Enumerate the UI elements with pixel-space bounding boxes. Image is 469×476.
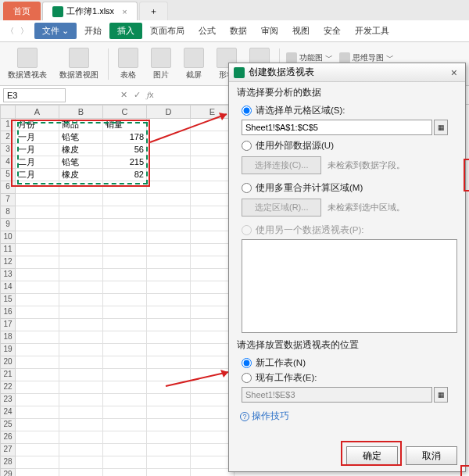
rtab-layout[interactable]: 页面布局 <box>144 23 191 39</box>
btn-pivot-table[interactable]: 数据透视表 <box>5 46 50 82</box>
cell[interactable] <box>147 156 191 169</box>
cell[interactable] <box>59 369 103 381</box>
cell[interactable] <box>147 281 191 294</box>
radio-new-sheet-input[interactable] <box>242 358 252 368</box>
location-picker-icon[interactable]: ▦ <box>434 387 448 403</box>
ok-button[interactable]: 确定 <box>346 446 398 465</box>
tab-add[interactable]: ＋ <box>139 2 168 20</box>
rtab-insert[interactable]: 插入 <box>109 23 142 39</box>
cell[interactable] <box>16 431 59 444</box>
cell[interactable] <box>103 431 147 444</box>
cell[interactable] <box>59 294 103 306</box>
cell[interactable] <box>103 406 147 419</box>
cell[interactable] <box>147 431 191 444</box>
cell[interactable] <box>16 319 59 331</box>
cell[interactable] <box>59 244 103 256</box>
cell[interactable]: 橡皮 <box>59 144 103 156</box>
cell[interactable] <box>16 369 59 381</box>
rtab-dev[interactable]: 开发工具 <box>349 23 396 39</box>
cell[interactable] <box>59 444 103 456</box>
cell[interactable] <box>16 356 59 369</box>
cell[interactable] <box>16 419 59 431</box>
cell[interactable] <box>147 206 191 219</box>
cell[interactable] <box>16 181 59 194</box>
cell[interactable] <box>103 231 147 244</box>
cell[interactable] <box>103 219 147 231</box>
rtab-review[interactable]: 审阅 <box>255 23 285 39</box>
cell[interactable] <box>16 194 59 206</box>
cell[interactable] <box>147 231 191 244</box>
radio-cell-range[interactable]: 请选择单元格区域(S): <box>242 105 457 116</box>
cell[interactable] <box>59 281 103 294</box>
cell[interactable] <box>16 244 59 256</box>
cell[interactable] <box>147 319 191 331</box>
cell[interactable]: 橡皮 <box>59 169 103 181</box>
cell[interactable] <box>147 381 191 394</box>
cell[interactable]: 56 <box>103 144 147 156</box>
fx-icon[interactable]: 𝑓x <box>147 90 154 100</box>
file-menu[interactable]: 文件 ⌄ <box>34 23 77 39</box>
tab-workbook[interactable]: 工作簿1.xlsx × <box>42 2 138 20</box>
cell[interactable] <box>147 269 191 281</box>
cell[interactable] <box>16 306 59 319</box>
cell[interactable] <box>103 294 147 306</box>
btn-pivot-chart[interactable]: 数据透视图 <box>56 46 102 82</box>
cell[interactable]: 215 <box>103 156 147 169</box>
other-pivot-list[interactable] <box>242 239 457 333</box>
dialog-titlebar[interactable]: 创建数据透视表 × <box>229 63 465 82</box>
cell[interactable] <box>103 269 147 281</box>
cell[interactable] <box>59 306 103 319</box>
cell[interactable] <box>16 444 59 456</box>
cell[interactable]: 二月 <box>16 156 59 169</box>
range-input[interactable] <box>242 120 432 135</box>
cell[interactable] <box>147 244 191 256</box>
cell[interactable] <box>147 219 191 231</box>
radio-cell-range-input[interactable] <box>242 106 252 116</box>
rtab-view[interactable]: 视图 <box>286 23 316 39</box>
cell[interactable] <box>16 206 59 219</box>
chevron-left-icon[interactable]: 〈 <box>6 26 14 37</box>
cell[interactable]: 铅笔 <box>59 156 103 169</box>
cell[interactable] <box>16 394 59 406</box>
cell[interactable] <box>147 131 191 144</box>
cell[interactable] <box>16 219 59 231</box>
cell[interactable] <box>103 369 147 381</box>
cell[interactable] <box>16 231 59 244</box>
cell[interactable]: 二月 <box>16 169 59 181</box>
cell[interactable] <box>103 256 147 269</box>
radio-external-input[interactable] <box>242 141 252 151</box>
cell[interactable] <box>16 281 59 294</box>
existing-location-input[interactable] <box>242 387 432 403</box>
rtab-start[interactable]: 开始 <box>78 23 108 39</box>
cell[interactable] <box>103 319 147 331</box>
cell[interactable] <box>59 381 103 394</box>
cell[interactable] <box>103 469 147 476</box>
cell[interactable]: 商品 <box>59 119 103 131</box>
cell[interactable] <box>59 219 103 231</box>
close-icon[interactable]: × <box>448 66 460 79</box>
cell[interactable] <box>103 244 147 256</box>
radio-existing-sheet[interactable]: 现有工作表(E): <box>242 372 457 384</box>
cell[interactable] <box>59 419 103 431</box>
cell[interactable] <box>147 469 191 476</box>
cell[interactable] <box>147 369 191 381</box>
fx-confirm-icon[interactable]: ✓ <box>134 90 141 100</box>
cell[interactable] <box>59 431 103 444</box>
cell[interactable] <box>103 381 147 394</box>
cell[interactable] <box>103 456 147 469</box>
cell[interactable] <box>147 356 191 369</box>
cell[interactable] <box>59 231 103 244</box>
cell[interactable] <box>16 256 59 269</box>
cell[interactable] <box>103 356 147 369</box>
cell[interactable] <box>147 419 191 431</box>
rtab-formula[interactable]: 公式 <box>192 23 222 39</box>
cell[interactable] <box>16 269 59 281</box>
btn-picture[interactable]: 图片 <box>148 46 174 82</box>
cell[interactable] <box>103 444 147 456</box>
cell[interactable] <box>16 331 59 344</box>
cell[interactable] <box>147 406 191 419</box>
radio-multi-input[interactable] <box>242 183 252 193</box>
cell[interactable] <box>16 294 59 306</box>
cancel-button[interactable]: 取消 <box>406 446 457 465</box>
tab-home[interactable]: 首页 <box>3 2 41 20</box>
